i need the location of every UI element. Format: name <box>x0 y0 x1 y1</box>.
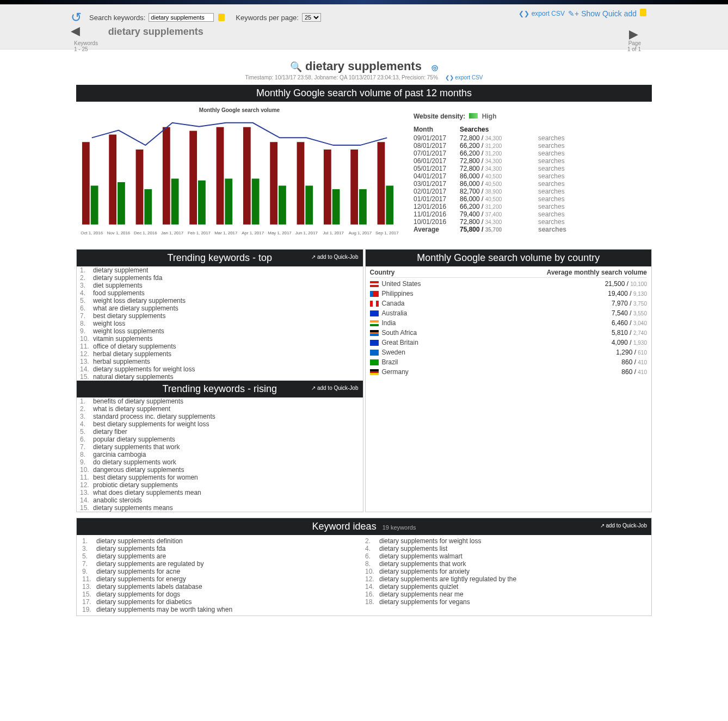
trend-top-list[interactable]: 1.dietary supplement2.dietary supplement… <box>77 266 363 381</box>
list-item[interactable]: 19.dietary supplements may be worth taki… <box>81 606 364 613</box>
list-item[interactable]: 8.garcinia cambogia <box>77 451 363 458</box>
list-item[interactable]: 7.dietary supplements are regulated by <box>81 560 364 568</box>
list-item[interactable]: 8.dietary supplements that work <box>364 560 647 568</box>
section-ideas-header: Keyword ideas 19 keywords ↗ add to Quick… <box>77 518 651 535</box>
export-csv-link[interactable]: ❮❯ export CSV <box>519 10 565 17</box>
list-item[interactable]: 15.dietary supplements means <box>77 504 363 512</box>
list-item[interactable]: 16.dietary supplements near me <box>364 591 647 598</box>
refresh-icon[interactable]: ↺ <box>71 10 82 25</box>
density-value: High <box>482 113 497 120</box>
list-item[interactable]: 7.best dietary supplements <box>77 312 363 320</box>
list-item[interactable]: 2.dietary supplements for weight loss <box>364 537 647 545</box>
list-item[interactable]: 11.dietary supplements for energy <box>81 575 364 583</box>
list-item[interactable]: 15.natural dietary supplements <box>77 373 363 381</box>
svg-rect-0 <box>82 142 90 225</box>
flag-icon <box>370 359 379 365</box>
list-item[interactable]: 3.dietary supplements fda <box>81 545 364 552</box>
list-item[interactable]: 13.what does dietary supplements mean <box>77 489 363 496</box>
detail-export-link[interactable]: ❮❯ export CSV <box>445 74 483 80</box>
list-item[interactable]: 9.weight loss supplements <box>77 327 363 335</box>
flag-icon <box>370 369 379 375</box>
list-item[interactable]: 1.benefits of dietary supplements <box>77 397 363 405</box>
list-item[interactable]: 12.probiotic dietary supplements <box>77 481 363 489</box>
list-item[interactable]: 1.dietary supplement <box>77 266 363 274</box>
next-keyword-icon[interactable]: ▶ <box>629 27 638 41</box>
list-item[interactable]: 6.what are dietary supplements <box>77 304 363 312</box>
svg-rect-17 <box>225 179 232 225</box>
list-item[interactable]: 18.dietary supplements for vegans <box>364 598 647 606</box>
svg-rect-1 <box>109 134 116 224</box>
list-item[interactable]: 5.weight loss dietary supplements <box>77 297 363 304</box>
list-item[interactable]: 14.anabolic steroids <box>77 496 363 504</box>
list-item[interactable]: 4.food supplements <box>77 289 363 297</box>
list-item[interactable]: 12.herbal dietary supplements <box>77 350 363 358</box>
svg-rect-23 <box>386 185 393 224</box>
list-item[interactable]: 5.dietary fiber <box>77 428 363 436</box>
svg-text:Jan 1, 2017: Jan 1, 2017 <box>161 231 183 235</box>
flag-icon <box>370 281 379 287</box>
list-item[interactable]: 4.best dietary supplements for weight lo… <box>77 420 363 428</box>
bar-chart: Oct 1, 2016Nov 1, 2016Dec 1, 2016Jan 1, … <box>78 116 400 241</box>
section-country-header: Monthly Google search volume by country <box>366 250 652 266</box>
svg-text:Oct 1, 2016: Oct 1, 2016 <box>81 231 103 235</box>
list-item[interactable]: 13.herbal supplements <box>77 358 363 365</box>
list-item[interactable]: 9.do dietary supplements work <box>77 458 363 466</box>
svg-rect-11 <box>378 142 385 225</box>
flag-icon <box>370 310 379 316</box>
list-item[interactable]: 4.dietary supplements list <box>364 545 647 552</box>
month-row: 05/01/201772,800 / 34,300searches <box>414 165 652 172</box>
prev-keyword-icon[interactable]: ◀ <box>71 24 80 38</box>
section-trend-rising-header: Trending keywords - rising ↗ add to Quic… <box>77 381 363 397</box>
svg-rect-5 <box>217 127 224 225</box>
perpage-select[interactable]: 25 <box>302 13 321 22</box>
svg-text:Feb 1, 2017: Feb 1, 2017 <box>188 231 211 235</box>
list-item[interactable]: 3.diet supplements <box>77 282 363 289</box>
list-item[interactable]: 7.dietary supplements that work <box>77 443 363 451</box>
list-item[interactable]: 17.dietary supplements for diabetics <box>81 598 364 606</box>
density-indicator-icon <box>469 113 478 119</box>
detail-meta: Timestamp: 10/13/17 23:58, Jobname: QA 1… <box>76 74 652 80</box>
list-item[interactable]: 3.standard process inc. dietary suppleme… <box>77 413 363 420</box>
list-item[interactable]: 10.dietary supplements for anxiety <box>364 568 647 575</box>
month-row: 11/01/201679,400 / 37,400searches <box>414 210 652 218</box>
volume-side-table: Website density: High Month Searches 09/… <box>414 102 652 244</box>
flag-icon <box>370 291 379 297</box>
list-item[interactable]: 10.vitamin supplements <box>77 335 363 343</box>
list-item[interactable]: 12.dietary supplements are tightly regul… <box>364 575 647 583</box>
svg-text:Mar 1, 2017: Mar 1, 2017 <box>214 231 237 235</box>
search-label: Search keywords: <box>89 14 145 22</box>
list-item[interactable]: 6.dietary supplements walmart <box>364 552 647 560</box>
month-row: 09/01/201772,800 / 34,300searches <box>414 134 652 142</box>
list-item[interactable]: 15.dietary supplements for dogs <box>81 591 364 598</box>
list-item[interactable]: 2.what is dietary supplement <box>77 405 363 413</box>
list-item[interactable]: 11.best dietary supplements for women <box>77 474 363 481</box>
month-row: 12/01/201666,200 / 31,200searches <box>414 203 652 210</box>
header: ↺ Search keywords: Keywords per page: 25… <box>0 4 728 49</box>
list-item[interactable]: 6.popular dietary supplements <box>77 436 363 443</box>
search-input[interactable] <box>149 13 214 22</box>
country-row: Philippines19,400 / 9,130 <box>370 289 647 299</box>
target-icon[interactable]: ◎ <box>431 63 438 72</box>
trend-rising-list[interactable]: 1.benefits of dietary supplements2.what … <box>77 397 363 512</box>
list-item[interactable]: 9.dietary supplements for acne <box>81 568 364 575</box>
list-item[interactable]: 14.dietary supplements for weight loss <box>77 365 363 373</box>
svg-rect-6 <box>243 127 251 225</box>
month-row: 01/01/201786,000 / 40,500searches <box>414 195 652 203</box>
list-item[interactable]: 8.weight loss <box>77 320 363 327</box>
svg-text:Aug 1, 2017: Aug 1, 2017 <box>349 231 372 235</box>
list-item[interactable]: 11.office of dietary supplements <box>77 343 363 350</box>
list-item[interactable]: 5.dietary supplements are <box>81 552 364 560</box>
svg-rect-8 <box>297 142 305 225</box>
list-item[interactable]: 10.dangerous dietary supplements <box>77 466 363 474</box>
add-quickjob-ideas[interactable]: ↗ add to Quick-Job <box>600 523 647 529</box>
list-item[interactable]: 2.dietary supplements fda <box>77 274 363 282</box>
add-quickjob-top[interactable]: ↗ add to Quick-Job <box>311 254 358 260</box>
show-quickadd-link[interactable]: ✎+ Show Quick add <box>568 9 646 18</box>
svg-text:Dec 1, 2016: Dec 1, 2016 <box>134 231 157 235</box>
list-item[interactable]: 1.dietary supplements definition <box>81 537 364 545</box>
svg-text:Jul 1, 2017: Jul 1, 2017 <box>323 231 344 235</box>
list-item[interactable]: 13.dietary supplements labels database <box>81 583 364 591</box>
add-quickjob-rising[interactable]: ↗ add to Quick-Job <box>311 385 358 391</box>
svg-rect-12 <box>91 185 98 224</box>
list-item[interactable]: 14.dietary supplements quizlet <box>364 583 647 591</box>
